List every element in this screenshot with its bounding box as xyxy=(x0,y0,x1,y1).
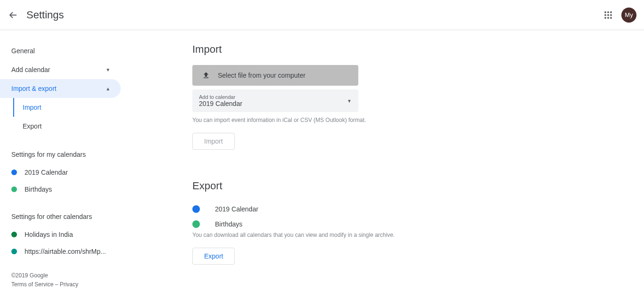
sidebar-item-add-calendar[interactable]: Add calendar ▾ xyxy=(0,60,121,79)
sidebar-sublist: Import Export xyxy=(13,98,121,136)
svg-point-7 xyxy=(607,17,609,19)
chevron-down-icon: ▾ xyxy=(107,66,109,73)
sidebar-calendar-item[interactable]: Birthdays xyxy=(0,181,121,198)
sidebar-item-label: Import & export xyxy=(11,85,57,92)
sidebar-item-label: Import xyxy=(23,104,41,111)
export-button[interactable]: Export xyxy=(192,248,235,265)
svg-point-4 xyxy=(607,14,609,16)
svg-point-2 xyxy=(610,11,612,13)
footer-sep: – xyxy=(53,281,59,288)
privacy-link[interactable]: Privacy xyxy=(60,281,78,288)
calendar-color-dot xyxy=(192,220,200,228)
import-hint: You can import event information in iCal… xyxy=(192,117,644,123)
sidebar-item-label: General xyxy=(11,47,35,55)
sidebar-item-label: Export xyxy=(23,122,41,130)
sidebar-heading-other-calendars: Settings for other calendars xyxy=(0,207,121,226)
calendar-select-label: Add to calendar xyxy=(199,94,242,100)
terms-link[interactable]: Terms of Service xyxy=(11,281,53,288)
sidebar: General Add calendar ▾ Import & export ▴… xyxy=(0,30,121,291)
footer: ©2019 Google Terms of Service – Privacy xyxy=(0,260,121,291)
calendar-label: 2019 Calendar xyxy=(25,169,68,176)
export-section: Export 2019 Calendar Birthdays You can d… xyxy=(192,180,644,265)
calendar-label: https://airtable.com/shrMp... xyxy=(25,248,106,255)
calendar-label: Holidays in India xyxy=(25,231,73,238)
sidebar-calendar-item[interactable]: Holidays in India xyxy=(0,226,121,243)
page-title: Settings xyxy=(26,9,64,21)
svg-point-3 xyxy=(604,14,606,16)
svg-point-1 xyxy=(607,11,609,13)
sidebar-item-import-export[interactable]: Import & export ▴ xyxy=(0,79,121,98)
chevron-up-icon: ▴ xyxy=(107,85,109,92)
import-button[interactable]: Import xyxy=(192,133,235,150)
header-right: My xyxy=(603,8,636,23)
calendar-color-dot xyxy=(11,170,17,175)
export-hint: You can download all calendars that you … xyxy=(192,232,644,238)
footer-links: Terms of Service – Privacy xyxy=(11,280,109,289)
svg-point-0 xyxy=(604,11,606,13)
calendar-color-dot xyxy=(11,232,17,237)
header-left: Settings xyxy=(8,9,64,21)
sidebar-item-label: Add calendar xyxy=(11,66,50,73)
dropdown-triangle-icon: ▼ xyxy=(347,98,352,104)
export-calendar-row: 2019 Calendar xyxy=(192,202,644,217)
upload-icon xyxy=(202,71,210,80)
calendar-label: 2019 Calendar xyxy=(215,205,258,213)
sidebar-calendar-item[interactable]: 2019 Calendar xyxy=(0,164,121,181)
back-arrow-icon[interactable] xyxy=(8,9,19,21)
calendar-select-value: 2019 Calendar xyxy=(199,100,242,107)
svg-point-8 xyxy=(610,17,612,19)
sidebar-calendar-item[interactable]: https://airtable.com/shrMp... xyxy=(0,243,121,260)
apps-grid-icon[interactable] xyxy=(603,9,614,21)
body: General Add calendar ▾ Import & export ▴… xyxy=(0,30,644,291)
app-header: Settings My xyxy=(0,0,644,30)
calendar-color-dot xyxy=(11,186,17,192)
file-select-label: Select file from your computer xyxy=(218,72,305,79)
sidebar-item-general[interactable]: General xyxy=(0,41,121,60)
sidebar-subitem-import[interactable]: Import xyxy=(13,98,121,117)
file-select-button[interactable]: Select file from your computer xyxy=(192,65,358,86)
main-content: Import Select file from your computer Ad… xyxy=(121,30,644,291)
calendar-color-dot xyxy=(11,249,17,254)
export-section-title: Export xyxy=(192,180,644,192)
calendar-label: Birthdays xyxy=(25,186,52,193)
export-calendar-row: Birthdays xyxy=(192,217,644,232)
sidebar-subitem-export[interactable]: Export xyxy=(13,117,121,136)
calendar-select[interactable]: Add to calendar 2019 Calendar ▼ xyxy=(192,89,358,112)
calendar-select-inner: Add to calendar 2019 Calendar xyxy=(199,94,242,107)
svg-point-5 xyxy=(610,14,612,16)
svg-point-6 xyxy=(604,17,606,19)
import-section-title: Import xyxy=(192,43,644,56)
calendar-color-dot xyxy=(192,205,200,213)
sidebar-heading-my-calendars: Settings for my calendars xyxy=(0,145,121,164)
avatar[interactable]: My xyxy=(621,8,636,23)
copyright: ©2019 Google xyxy=(11,271,109,280)
calendar-label: Birthdays xyxy=(215,220,242,228)
